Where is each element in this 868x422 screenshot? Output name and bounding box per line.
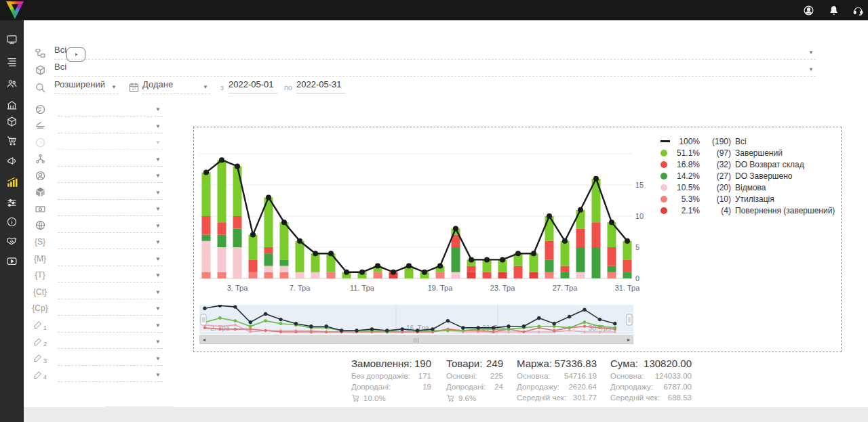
t-select[interactable]: ▼ (58, 268, 163, 282)
sidebar-item-megaphone-icon[interactable] (0, 152, 24, 169)
stat-title: Товари:249 (446, 358, 503, 369)
stat-row: Середній чек:688.53 (610, 394, 692, 402)
legend-swatch-icon (660, 173, 671, 180)
stat-row: Основна:54716.19 (517, 372, 597, 380)
search-mode-select[interactable]: Розширений ▼ (54, 79, 119, 94)
money-select[interactable]: ▼ (58, 201, 163, 216)
globe-select[interactable]: ▼ (58, 102, 163, 117)
chevron-down-icon: ▼ (155, 305, 161, 312)
layers-select[interactable]: ▼ (58, 119, 163, 133)
sidebar-item-sliders-icon[interactable] (0, 194, 24, 211)
legend-item[interactable]: 5.3%(10)Утилізація (660, 193, 838, 205)
sidebar-item-info-icon[interactable] (0, 213, 24, 230)
svg-text:?: ? (39, 140, 42, 146)
legend-swatch-icon (660, 207, 671, 214)
upsell-percent: 9.6% (446, 394, 503, 402)
user-icon[interactable] (800, 1, 817, 19)
date-from-input[interactable]: 2022-05-01 (229, 79, 277, 93)
pencil3-select[interactable]: ▼ (58, 351, 163, 366)
stat-row: Середній чек:301.77 (517, 394, 597, 402)
legend-item[interactable]: 16.8%(32)DO Возврат склад (660, 159, 838, 170)
headset-icon[interactable] (849, 1, 867, 19)
layers-icon (33, 119, 47, 133)
legend-item[interactable]: 51.1%(97)Завершений (660, 147, 838, 159)
date-field-select[interactable]: Додане ▼ (142, 79, 210, 94)
svg-text:10: 10 (635, 212, 644, 220)
stat-row: Без допродажів:171 (351, 372, 431, 380)
bell-icon[interactable] (825, 1, 842, 19)
stat-row: Допродані:24 (446, 383, 503, 391)
topbar (0, 0, 868, 20)
chevron-down-icon: ▼ (808, 66, 814, 72)
chevron-down-icon: ▼ (155, 322, 161, 329)
web-select[interactable]: ▼ (58, 218, 163, 233)
chart-navigator[interactable]: 2. Тра16. Тра23. Тра30. Тра (199, 305, 633, 335)
search-icon (33, 81, 47, 94)
pencil1-select[interactable]: ▼ (58, 318, 163, 333)
web-icon (33, 219, 47, 232)
sidebar-item-list-icon[interactable] (0, 53, 24, 70)
s-select[interactable]: ▼ (58, 234, 163, 249)
user-circle-select[interactable]: ▼ (58, 168, 163, 183)
scroll-right-icon[interactable]: ► (625, 336, 633, 343)
cp-icon: {Cp} (33, 301, 47, 315)
user-circle-icon (33, 169, 47, 182)
package-icon (33, 63, 47, 77)
legend-item[interactable]: 10.5%(20)Відмова (660, 182, 838, 193)
svg-text:23. Тра: 23. Тра (490, 284, 516, 292)
help-icon: ? (33, 135, 47, 149)
sidebar-item-handshake-icon[interactable] (0, 232, 24, 249)
date-to-label: по (284, 83, 292, 91)
sidebar-item-monitor-icon[interactable] (0, 30, 24, 48)
ct-icon: {Ct} (33, 285, 47, 299)
app-logo[interactable] (6, 1, 24, 19)
date-to-input[interactable]: 2022-05-31 (296, 79, 345, 93)
chevron-down-icon: ▼ (155, 156, 161, 163)
pencil3-icon: 3 (33, 352, 47, 365)
hierarchy-select[interactable]: ▼ (58, 152, 163, 167)
svg-text:5: 5 (635, 243, 639, 251)
chevron-down-icon: ▼ (155, 123, 161, 129)
legend-swatch-icon (660, 140, 671, 142)
scroll-grip[interactable]: ||| (413, 336, 419, 343)
cube-select[interactable]: ▼ (58, 185, 163, 200)
stat-row: Основні:225 (446, 372, 503, 380)
navigator-right-handle (627, 314, 632, 325)
chevron-down-icon: ▼ (155, 339, 161, 345)
legend-swatch-icon (660, 161, 671, 168)
pencil4-select[interactable]: ▼ (58, 367, 163, 382)
orders-stacked-chart[interactable]: 0510153. Тра7. Тра11. Тра19. Тра23. Тра2… (194, 127, 650, 298)
m-select[interactable]: ▼ (58, 251, 163, 266)
ct-select[interactable]: ▼ (58, 284, 163, 299)
chart-legend: 100%(190)Всі51.1%(97)Завершений16.8%(32)… (660, 135, 838, 216)
navigator-left-handle (201, 314, 206, 325)
sidebar-item-package-icon[interactable] (0, 112, 24, 130)
sidebar-item-chart-icon[interactable] (0, 173, 24, 191)
stat-row: Допродажу:2620.64 (517, 383, 597, 391)
pencil2-select[interactable]: ▼ (58, 334, 163, 349)
pencil4-icon: 4 (33, 368, 47, 381)
stat-column: Сума:130820.00Основна:124033.00Допродажу… (610, 358, 692, 402)
legend-item[interactable]: 14.2%(27)DO Завершено (660, 170, 838, 182)
product-filter-select[interactable]: Всі ▼ (54, 62, 816, 77)
legend-item[interactable]: 2.1%(4)Повернення (завершений) (660, 205, 838, 216)
cp-select[interactable]: ▼ (58, 301, 163, 316)
pencil1-icon: 1 (33, 318, 47, 332)
help-select[interactable]: ▼ (58, 135, 163, 150)
status-filter-select[interactable]: Всі ▼ (54, 45, 816, 60)
upsell-percent: 10.0% (351, 394, 431, 402)
svg-text:31. Тра: 31. Тра (615, 284, 641, 292)
chart-scrollbar[interactable]: ◄ ||| ► (199, 335, 633, 344)
date-field-value: Додане (142, 79, 173, 89)
sidebar-item-users-icon[interactable] (0, 75, 24, 92)
product-filter-value: Всі (54, 62, 66, 72)
sidebar-item-store-icon[interactable] (0, 96, 24, 114)
stat-row: Допродані:19 (351, 383, 431, 391)
legend-item[interactable]: 100%(190)Всі (660, 135, 838, 147)
crm-dashboard: { "topbar": {"icons": ["user", "bell", "… (0, 0, 868, 422)
scroll-left-icon[interactable]: ◄ (200, 336, 208, 343)
sidebar-item-video-icon[interactable] (0, 252, 24, 270)
chevron-down-icon: ▼ (155, 239, 161, 245)
sidebar-item-cart-at-icon[interactable]: @ (0, 131, 24, 149)
chevron-down-icon: ▼ (203, 84, 208, 90)
